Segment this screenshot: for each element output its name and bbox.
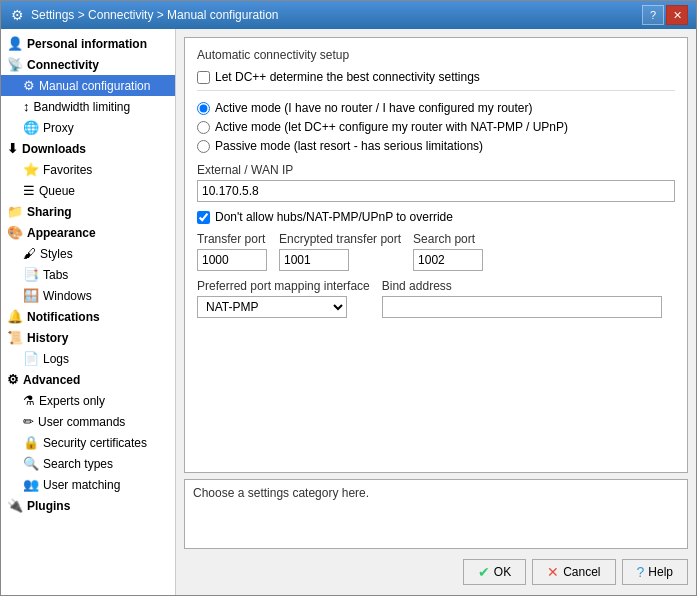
- footer: ✔ OK ✕ Cancel ? Help: [184, 555, 688, 587]
- sidebar-label-plugins: Plugins: [27, 499, 70, 513]
- sidebar-label-proxy: Proxy: [43, 121, 74, 135]
- encrypted-port-input[interactable]: [279, 249, 349, 271]
- wan-ip-input[interactable]: [197, 180, 675, 202]
- ok-button[interactable]: ✔ OK: [463, 559, 526, 585]
- sidebar-label-logs: Logs: [43, 352, 69, 366]
- sidebar-item-appearance[interactable]: 🎨Appearance: [1, 222, 175, 243]
- transfer-port-input[interactable]: [197, 249, 267, 271]
- mapping-group: Preferred port mapping interface NAT-PMP…: [197, 279, 370, 318]
- sidebar-item-connectivity[interactable]: 📡Connectivity: [1, 54, 175, 75]
- sidebar-label-experts: Experts only: [39, 394, 105, 408]
- mapping-label: Preferred port mapping interface: [197, 279, 370, 293]
- sidebar-item-advanced[interactable]: ⚙Advanced: [1, 369, 175, 390]
- sidebar-item-bandwidth[interactable]: ↕Bandwidth limiting: [1, 96, 175, 117]
- sidebar-label-advanced: Advanced: [23, 373, 80, 387]
- dont-allow-item: Don't allow hubs/NAT-PMP/UPnP to overrid…: [197, 210, 675, 224]
- search-port-input[interactable]: [413, 249, 483, 271]
- wan-ip-label: External / WAN IP: [197, 163, 675, 177]
- cancel-button[interactable]: ✕ Cancel: [532, 559, 615, 585]
- sidebar-item-experts[interactable]: ⚗Experts only: [1, 390, 175, 411]
- sidebar-item-search-types[interactable]: 🔍Search types: [1, 453, 175, 474]
- bind-address-input[interactable]: [382, 296, 662, 318]
- search-port-label: Search port: [413, 232, 483, 246]
- sidebar-label-search-types: Search types: [43, 457, 113, 471]
- sidebar-item-proxy[interactable]: 🌐Proxy: [1, 117, 175, 138]
- wan-ip-group: External / WAN IP: [197, 163, 675, 202]
- help-footer-button[interactable]: ? Help: [622, 559, 688, 585]
- sidebar-icon-proxy: 🌐: [23, 120, 39, 135]
- sidebar-item-manual-config[interactable]: ⚙Manual configuration: [1, 75, 175, 96]
- sidebar-item-plugins[interactable]: 🔌Plugins: [1, 495, 175, 516]
- title-bar: ⚙ Settings > Connectivity > Manual confi…: [1, 1, 696, 29]
- port-mapping-row: Preferred port mapping interface NAT-PMP…: [197, 279, 675, 318]
- sidebar-label-manual-config: Manual configuration: [39, 79, 150, 93]
- sidebar-label-tabs: Tabs: [43, 268, 68, 282]
- main-content: 👤Personal information📡Connectivity⚙Manua…: [1, 29, 696, 595]
- sidebar-icon-experts: ⚗: [23, 393, 35, 408]
- sidebar-item-user-matching[interactable]: 👥User matching: [1, 474, 175, 495]
- dont-allow-checkbox[interactable]: [197, 211, 210, 224]
- help-button[interactable]: ?: [642, 5, 664, 25]
- transfer-port-group: Transfer port: [197, 232, 267, 271]
- transfer-port-label: Transfer port: [197, 232, 267, 246]
- auto-checkbox-item: Let DC++ determine the best connectivity…: [197, 70, 675, 84]
- cancel-icon: ✕: [547, 564, 559, 580]
- radio-item-3: Passive mode (last resort - has serious …: [197, 139, 675, 153]
- help-icon: ?: [637, 564, 645, 580]
- close-button[interactable]: ✕: [666, 5, 688, 25]
- radio-active1[interactable]: [197, 102, 210, 115]
- sidebar-icon-notifications: 🔔: [7, 309, 23, 324]
- sidebar-item-history[interactable]: 📜History: [1, 327, 175, 348]
- sidebar-item-downloads[interactable]: ⬇Downloads: [1, 138, 175, 159]
- sidebar-label-downloads: Downloads: [22, 142, 86, 156]
- sidebar-icon-connectivity: 📡: [7, 57, 23, 72]
- sidebar-item-windows[interactable]: 🪟Windows: [1, 285, 175, 306]
- sidebar-item-styles[interactable]: 🖌Styles: [1, 243, 175, 264]
- sidebar-item-logs[interactable]: 📄Logs: [1, 348, 175, 369]
- sidebar-icon-logs: 📄: [23, 351, 39, 366]
- window-title: Settings > Connectivity > Manual configu…: [31, 8, 278, 22]
- sidebar-label-windows: Windows: [43, 289, 92, 303]
- mapping-select[interactable]: NAT-PMP UPnP None: [197, 296, 347, 318]
- dont-allow-label: Don't allow hubs/NAT-PMP/UPnP to overrid…: [215, 210, 453, 224]
- sidebar-icon-personal: 👤: [7, 36, 23, 51]
- sidebar-item-user-commands[interactable]: ✏User commands: [1, 411, 175, 432]
- sidebar-icon-downloads: ⬇: [7, 141, 18, 156]
- radio-passive[interactable]: [197, 140, 210, 153]
- sidebar-icon-plugins: 🔌: [7, 498, 23, 513]
- radio-item-2: Active mode (let DC++ configure my route…: [197, 120, 675, 134]
- sidebar-label-styles: Styles: [40, 247, 73, 261]
- auto-checkbox[interactable]: [197, 71, 210, 84]
- sidebar-icon-advanced: ⚙: [7, 372, 19, 387]
- sidebar-icon-user-commands: ✏: [23, 414, 34, 429]
- sidebar-icon-queue: ☰: [23, 183, 35, 198]
- sidebar-label-notifications: Notifications: [27, 310, 100, 324]
- sidebar-label-user-matching: User matching: [43, 478, 120, 492]
- content-area: Automatic connectivity setup Let DC++ de…: [176, 29, 696, 595]
- sidebar-icon-history: 📜: [7, 330, 23, 345]
- sidebar-item-security[interactable]: 🔒Security certificates: [1, 432, 175, 453]
- sidebar-icon-sharing: 📁: [7, 204, 23, 219]
- bind-address-label: Bind address: [382, 279, 662, 293]
- sidebar-item-notifications[interactable]: 🔔Notifications: [1, 306, 175, 327]
- sidebar-item-tabs[interactable]: 📑Tabs: [1, 264, 175, 285]
- section-title: Automatic connectivity setup: [197, 48, 675, 62]
- sidebar-icon-tabs: 📑: [23, 267, 39, 282]
- sidebar-icon-search-types: 🔍: [23, 456, 39, 471]
- sidebar-item-queue[interactable]: ☰Queue: [1, 180, 175, 201]
- radio-active2[interactable]: [197, 121, 210, 134]
- sidebar-item-favorites[interactable]: ⭐Favorites: [1, 159, 175, 180]
- sidebar-label-favorites: Favorites: [43, 163, 92, 177]
- encrypted-port-label: Encrypted transfer port: [279, 232, 401, 246]
- sidebar-item-personal[interactable]: 👤Personal information: [1, 33, 175, 54]
- window-icon: ⚙: [9, 7, 25, 23]
- sidebar-item-sharing[interactable]: 📁Sharing: [1, 201, 175, 222]
- sidebar-label-connectivity: Connectivity: [27, 58, 99, 72]
- title-bar-left: ⚙ Settings > Connectivity > Manual confi…: [9, 7, 278, 23]
- help-label: Help: [648, 565, 673, 579]
- radio-active2-label: Active mode (let DC++ configure my route…: [215, 120, 568, 134]
- sidebar-icon-bandwidth: ↕: [23, 99, 30, 114]
- sidebar-icon-security: 🔒: [23, 435, 39, 450]
- encrypted-port-group: Encrypted transfer port: [279, 232, 401, 271]
- settings-window: ⚙ Settings > Connectivity > Manual confi…: [0, 0, 697, 596]
